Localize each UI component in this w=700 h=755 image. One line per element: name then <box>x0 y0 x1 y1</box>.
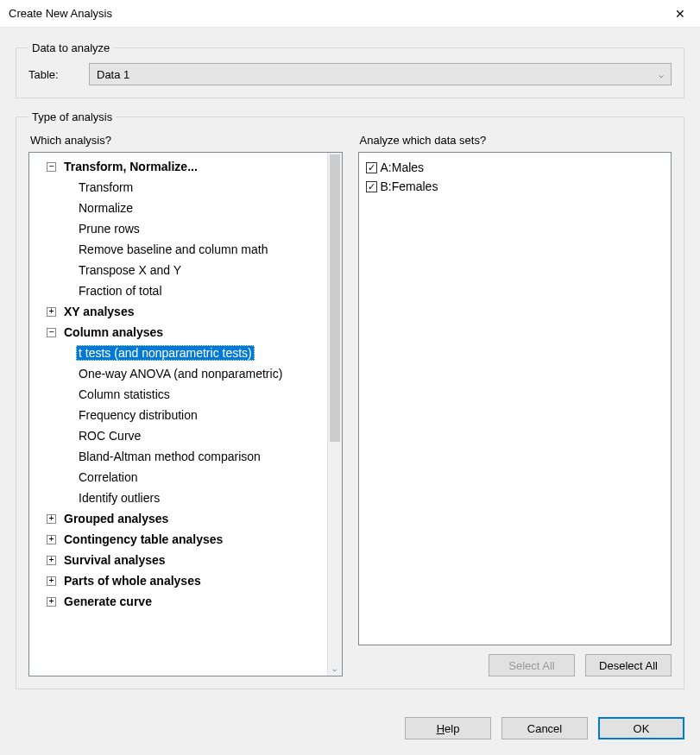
title-bar: Create New Analysis ✕ <box>0 0 700 28</box>
cancel-button[interactable]: Cancel <box>501 717 588 739</box>
tree-item-normalize[interactable]: Normalize <box>35 198 327 218</box>
tree-item-identify-outliers[interactable]: Identify outliers <box>35 488 327 508</box>
window-title: Create New Analysis <box>9 7 112 20</box>
select-all-button[interactable]: Select All <box>489 654 575 676</box>
tree-scrollbar[interactable]: ⌵ <box>327 153 342 676</box>
scrollbar-thumb[interactable] <box>330 154 340 442</box>
tree-group-grouped-analyses[interactable]: + Grouped analyses <box>35 508 327 529</box>
tree-group-generate-curve[interactable]: + Generate curve <box>35 591 327 612</box>
tree-group-xy-analyses[interactable]: + XY analyses <box>35 301 327 322</box>
analysis-tree[interactable]: − Transform, Normalize... Transform Norm… <box>28 152 343 676</box>
close-button[interactable]: ✕ <box>660 0 700 28</box>
dataset-item-b[interactable]: ✓ B:Females <box>366 177 665 196</box>
tree-item-bland-altman[interactable]: Bland-Altman method comparison <box>35 446 327 467</box>
which-analysis-label: Which analysis? <box>30 134 343 147</box>
tree-group-contingency-table[interactable]: + Contingency table analyses <box>35 529 327 550</box>
checkbox-checked-icon[interactable]: ✓ <box>366 162 377 173</box>
table-label: Table: <box>28 68 77 81</box>
window-body: Data to analyze Table: Data 1 ⌵ Type of … <box>0 28 700 755</box>
tree-item-column-statistics[interactable]: Column statistics <box>35 384 327 405</box>
type-of-analysis-legend: Type of analysis <box>28 110 116 123</box>
help-button[interactable]: Help <box>405 717 491 739</box>
chevron-down-icon: ⌵ <box>659 70 664 79</box>
table-select-value: Data 1 <box>97 68 129 81</box>
ok-button[interactable]: OK <box>598 717 684 739</box>
data-to-analyze-legend: Data to analyze <box>28 41 113 54</box>
expand-icon[interactable]: + <box>47 576 56 586</box>
expand-icon[interactable]: + <box>47 597 56 607</box>
tree-item-frequency-distribution[interactable]: Frequency distribution <box>35 405 327 425</box>
expand-icon[interactable]: + <box>47 556 56 565</box>
tree-group-survival-analyses[interactable]: + Survival analyses <box>35 550 327 570</box>
datasets-list: ✓ A:Males ✓ B:Females <box>358 152 672 645</box>
table-select[interactable]: Data 1 ⌵ <box>89 63 672 85</box>
tree-group-column-analyses[interactable]: − Column analyses <box>35 322 327 343</box>
tree-item-prune-rows[interactable]: Prune rows <box>35 218 327 239</box>
expand-icon[interactable]: + <box>47 307 56 317</box>
tree-item-fraction-of-total[interactable]: Fraction of total <box>35 280 327 301</box>
expand-icon[interactable]: + <box>47 514 56 524</box>
tree-item-t-tests[interactable]: t tests (and nonparametric tests) <box>35 343 327 363</box>
tree-group-transform[interactable]: − Transform, Normalize... <box>35 156 327 177</box>
scroll-down-icon[interactable]: ⌵ <box>328 661 342 676</box>
type-of-analysis-group: Type of analysis Which analysis? − Trans… <box>16 110 684 689</box>
tree-item-transform[interactable]: Transform <box>35 177 327 198</box>
tree-group-parts-of-whole[interactable]: + Parts of whole analyses <box>35 570 327 591</box>
analyze-datasets-label: Analyze which data sets? <box>360 134 672 147</box>
tree-item-one-way-anova[interactable]: One-way ANOVA (and nonparametric) <box>35 363 327 384</box>
checkbox-checked-icon[interactable]: ✓ <box>366 181 377 192</box>
collapse-icon[interactable]: − <box>47 162 56 172</box>
collapse-icon[interactable]: − <box>47 328 56 337</box>
expand-icon[interactable]: + <box>47 535 56 544</box>
tree-item-transpose[interactable]: Transpose X and Y <box>35 260 327 280</box>
data-to-analyze-group: Data to analyze Table: Data 1 ⌵ <box>16 41 684 98</box>
dataset-item-a[interactable]: ✓ A:Males <box>366 158 665 177</box>
tree-item-remove-baseline[interactable]: Remove baseline and column math <box>35 239 327 260</box>
tree-item-roc-curve[interactable]: ROC Curve <box>35 425 327 446</box>
tree-item-correlation[interactable]: Correlation <box>35 467 327 488</box>
deselect-all-button[interactable]: Deselect All <box>585 654 672 676</box>
